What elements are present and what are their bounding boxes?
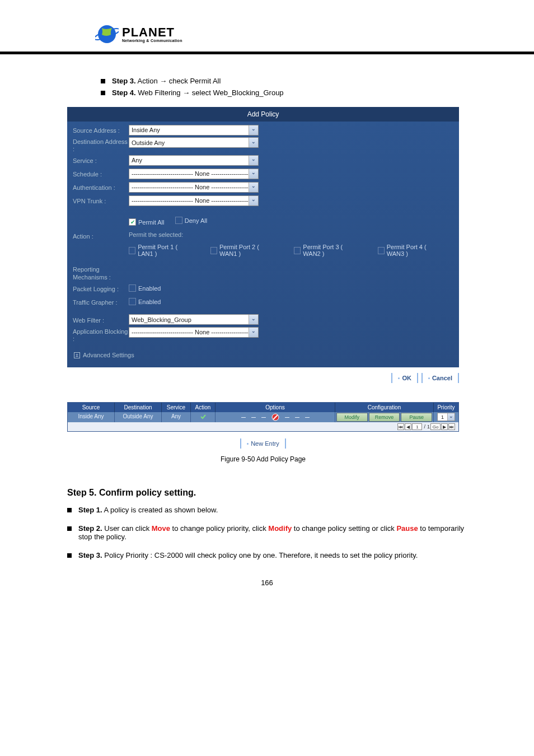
td-action: [191, 412, 216, 422]
checkbox-checked-icon: ✔: [129, 218, 136, 226]
bullet-icon: [101, 79, 105, 83]
pager-current: 1: [412, 423, 422, 430]
td-destination: Outside Any: [115, 412, 162, 422]
brand-logo: PLANET Networking & Communication: [28, 0, 506, 52]
application-blocking-select[interactable]: ------------------------------ None ----…: [129, 327, 259, 338]
logo-tagline: Networking & Communication: [122, 39, 182, 43]
chevron-down-icon: [249, 196, 258, 206]
td-options: [216, 412, 335, 422]
advanced-settings-toggle[interactable]: ± Advanced Settings: [74, 352, 134, 358]
page-number: 166: [67, 578, 467, 587]
bullet-icon: [67, 526, 72, 531]
th-action: Action: [191, 403, 216, 412]
label-vpn-trunk: VPN Trunk :: [73, 197, 129, 204]
priority-select[interactable]: 1: [437, 413, 455, 421]
th-source: Source: [68, 403, 115, 412]
schedule-select[interactable]: ------------------------------ None ----…: [129, 169, 259, 179]
post-step-3: Step 3. Policy Priority : CS-2000 will c…: [67, 551, 467, 559]
chevron-down-icon: [249, 315, 258, 324]
td-configuration: Modify Remove Pause: [335, 412, 434, 422]
th-priority: Priority: [434, 403, 458, 412]
authentication-select[interactable]: ------------------------------ None ----…: [129, 182, 259, 193]
pager-prev-button[interactable]: ◀: [405, 423, 411, 430]
pager-last-button[interactable]: ⏭: [448, 423, 455, 430]
figure-caption: Figure 9-50 Add Policy Page: [67, 455, 459, 463]
td-service: Any: [162, 412, 191, 422]
pager-go-button[interactable]: Go: [430, 423, 441, 430]
web-filter-icon: [271, 413, 279, 421]
permit-port-3-checkbox[interactable]: Permit Port 3 ( WAN2 ): [294, 244, 360, 257]
post-step-1: Step 1. A policy is created as shown bel…: [67, 506, 467, 514]
vpn-trunk-select[interactable]: ------------------------------ None ----…: [129, 195, 259, 206]
label-destination-address: Destination Address :: [73, 137, 129, 153]
pager-first-button[interactable]: ⏮: [397, 423, 404, 430]
packet-logging-checkbox[interactable]: Enabled: [129, 284, 161, 292]
option-dash-icon: [305, 417, 310, 418]
table-pager: ⏮ ◀ 1 / 1 Go ▶ ⏭: [68, 422, 458, 431]
table-header: Source Destination Service Action Option…: [68, 403, 458, 412]
permit-port-4-checkbox[interactable]: Permit Port 4 ( WAN3 ): [378, 244, 444, 257]
web-filter-select[interactable]: Web_Blocking_Group: [129, 314, 259, 325]
checkbox-icon: [294, 247, 301, 254]
post-step-2: Step 2. User can click Move to change po…: [67, 524, 467, 541]
chevron-down-icon: [249, 328, 258, 337]
th-options: Options: [216, 403, 335, 412]
option-dash-icon: [251, 417, 256, 418]
logo-wordmark: PLANET: [122, 26, 182, 39]
modify-button[interactable]: Modify: [336, 413, 368, 422]
chevron-down-icon: [249, 183, 258, 192]
td-source: Inside Any: [68, 412, 115, 422]
new-entry-button[interactable]: New Entry: [240, 438, 286, 449]
cancel-button[interactable]: Cancel: [421, 373, 459, 383]
label-web-filter: Web Filter :: [73, 316, 129, 324]
bullet-icon: [67, 553, 72, 558]
policy-table: Source Destination Service Action Option…: [67, 402, 459, 432]
remove-button[interactable]: Remove: [369, 413, 400, 422]
option-dash-icon: [261, 417, 266, 418]
pager-next-button[interactable]: ▶: [441, 423, 448, 430]
label-schedule: Schedule :: [73, 170, 129, 178]
dot-icon: [398, 377, 400, 379]
table-row: Inside Any Outside Any Any Mod: [68, 412, 458, 422]
label-service: Service :: [73, 156, 129, 164]
source-address-select[interactable]: Inside Any: [129, 125, 259, 136]
instruction-step-4: Step 4. Web Filtering → select Web_Block…: [101, 88, 467, 97]
label-application-blocking: Application Blocking :: [73, 327, 129, 343]
permit-check-icon: [200, 413, 207, 420]
th-configuration: Configuration: [335, 403, 434, 412]
option-dash-icon: [241, 417, 246, 418]
option-dash-icon: [295, 417, 299, 418]
instruction-step-3: Step 3. Action → check Permit All: [101, 77, 467, 85]
chevron-down-icon: [249, 156, 258, 165]
th-service: Service: [162, 403, 191, 412]
bullet-icon: [67, 508, 72, 512]
add-policy-panel: Add Policy Source Address : Inside Any D…: [67, 107, 459, 367]
expand-icon: ±: [74, 352, 80, 358]
pause-button[interactable]: Pause: [401, 413, 432, 422]
label-action: Action :: [73, 233, 129, 240]
permit-port-2-checkbox[interactable]: Permit Port 2 ( WAN1 ): [210, 244, 277, 257]
traffic-grapher-checkbox[interactable]: Enabled: [129, 298, 161, 305]
label-source-address: Source Address :: [73, 126, 129, 134]
permit-selected-label: Permit the selected:: [129, 231, 183, 238]
deny-all-checkbox[interactable]: Deny All: [175, 217, 207, 224]
pager-total: 1: [427, 424, 430, 430]
chevron-down-icon: [447, 413, 455, 421]
chevron-down-icon: [249, 125, 258, 135]
panel-title: Add Policy: [67, 107, 459, 122]
dot-icon: [247, 443, 249, 445]
label-reporting: Reporting Mechanisms :: [73, 265, 129, 281]
service-select[interactable]: Any: [129, 155, 259, 166]
destination-address-select[interactable]: Outside Any: [129, 137, 259, 148]
checkbox-icon: [129, 247, 135, 254]
checkbox-icon: [378, 247, 385, 254]
checkbox-icon: [210, 247, 217, 254]
checkbox-icon: [129, 298, 136, 305]
bullet-icon: [101, 91, 105, 95]
label-traffic-grapher: Traffic Grapher :: [73, 298, 129, 306]
ok-button[interactable]: OK: [391, 373, 418, 383]
permit-all-checkbox[interactable]: ✔ Permit All: [129, 218, 164, 226]
label-authentication: Authentication :: [73, 183, 129, 191]
permit-port-1-checkbox[interactable]: Permit Port 1 ( LAN1 ): [129, 244, 194, 257]
th-destination: Destination: [115, 403, 162, 412]
